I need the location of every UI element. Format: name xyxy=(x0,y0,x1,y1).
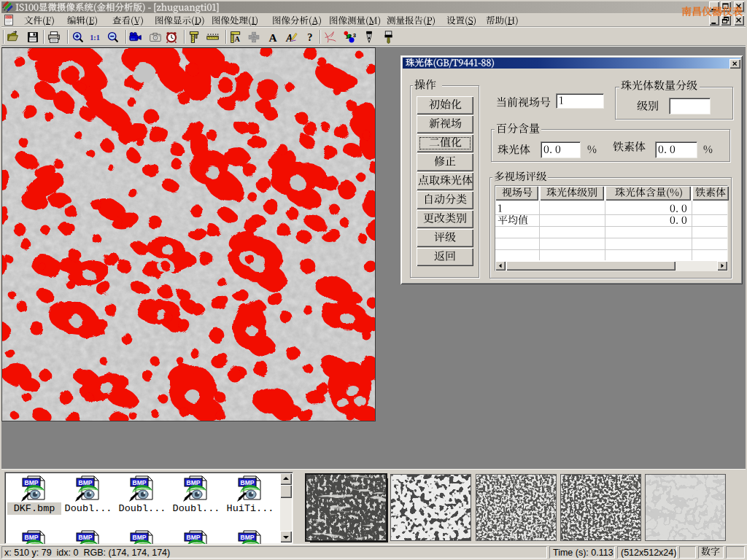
svg-text:BMP: BMP xyxy=(241,534,255,541)
svg-text:BMP: BMP xyxy=(241,479,255,486)
svg-text:3: 3 xyxy=(353,32,356,39)
svg-text:BMP: BMP xyxy=(133,479,147,486)
svg-text:1:1: 1:1 xyxy=(90,34,100,42)
svg-text:DOC: DOC xyxy=(6,16,12,19)
svg-text:BMP: BMP xyxy=(79,534,93,541)
svg-text:A: A xyxy=(268,31,277,44)
svg-text:BMP: BMP xyxy=(133,534,147,541)
svg-text:?: ? xyxy=(307,31,312,43)
svg-text:BMP: BMP xyxy=(25,479,39,486)
svg-text:2: 2 xyxy=(349,33,352,39)
svg-text:BMP: BMP xyxy=(79,479,93,486)
svg-text:BMP: BMP xyxy=(187,479,201,486)
svg-text:BMP: BMP xyxy=(187,534,201,541)
svg-text:BMP: BMP xyxy=(25,534,39,541)
svg-text:A: A xyxy=(235,35,241,43)
svg-text:A: A xyxy=(285,33,293,44)
